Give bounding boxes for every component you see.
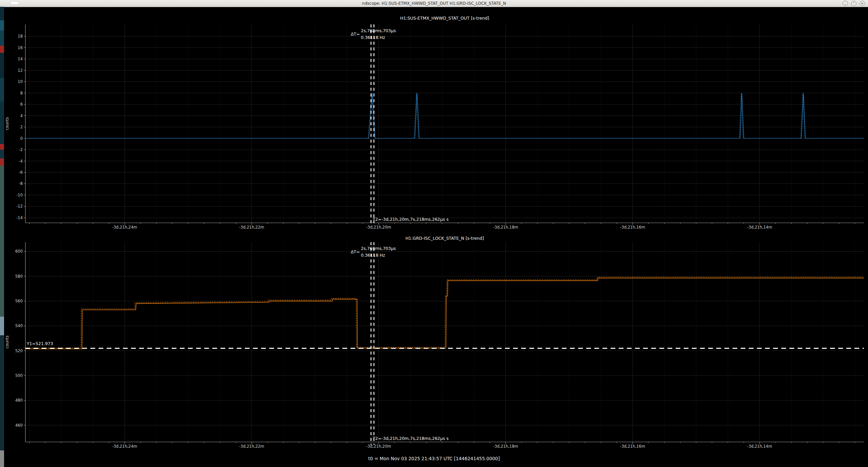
svg-text:ΔT=: ΔT= <box>351 31 360 37</box>
x-tick-label: -3d,21h,18m <box>493 225 518 230</box>
y-tick-label: -8 <box>19 181 23 186</box>
y-tick-label: 18 <box>18 34 23 39</box>
x-tick-label: -3d,21h,22m <box>239 444 264 449</box>
y-tick-label: 540 <box>15 323 23 328</box>
svg-text:0.36118 Hz: 0.36118 Hz <box>361 35 385 40</box>
trace-mean <box>25 278 864 349</box>
y-tick-label: -12 <box>16 204 23 209</box>
x-tick-label: -3d,21h,18m <box>493 444 518 449</box>
x-tick-label: -3d,21h,24m <box>112 444 137 449</box>
cursor-t2-value-label: T2=-3d,21h,20m,7s,218ms,262μs s <box>372 217 448 222</box>
cursor-dt-label: ΔT=2s,768ms,703μs0.36118 Hz <box>351 246 396 258</box>
x-tick-label: -3d,21h,14m <box>747 225 772 230</box>
x-tick-label: -3d,21h,20m <box>366 225 391 230</box>
x-tick-label: -3d,21h,24m <box>112 225 137 230</box>
y-tick-label: 2 <box>20 125 23 129</box>
y-tick-label: -2 <box>19 147 23 152</box>
y-tick-label: 14 <box>18 57 23 61</box>
y-tick-label: 500 <box>15 373 23 378</box>
y-tick-label: 6 <box>20 102 23 107</box>
x-tick-label: -3d,21h,20m <box>366 444 391 449</box>
y-tick-label: 520 <box>15 348 23 353</box>
y-tick-label: -6 <box>19 170 23 175</box>
axes: -3d,21h,24m-3d,21h,22m-3d,21h,20m-3d,21h… <box>5 242 864 449</box>
t0-timestamp: t0 = Mon Nov 03 2025 21:43:57 UTC [14462… <box>0 456 868 461</box>
y-tick-label: 560 <box>15 299 23 303</box>
ndscope-window: ndscope: H1:SUS-ETMX_HWWD_STAT_OUT H1:GR… <box>0 0 868 467</box>
y-tick-label: 600 <box>15 249 23 254</box>
svg-text:0.36118 Hz: 0.36118 Hz <box>361 253 385 258</box>
y-tick-label: 480 <box>15 398 23 403</box>
y-tick-label: 0 <box>20 136 23 141</box>
cursor-t2-value-label: T2=-3d,21h,20m,7s,218ms,262μs s <box>372 436 448 441</box>
y-tick-label: -10 <box>16 193 23 197</box>
x-tick-label: -3d,21h,16m <box>620 225 645 230</box>
x-tick-label: -3d,21h,16m <box>620 444 645 449</box>
x-tick-label: -3d,21h,14m <box>747 444 772 449</box>
y-tick-label: 580 <box>15 274 23 279</box>
y-tick-label: -4 <box>19 159 23 164</box>
svg-text:2s,768ms,703μs: 2s,768ms,703μs <box>361 28 396 33</box>
y-tick-label: 16 <box>18 45 23 50</box>
plot-isc-lock-state[interactable]: -3d,21h,24m-3d,21h,22m-3d,21h,20m-3d,21h… <box>5 242 864 449</box>
trace-minmax <box>24 277 863 348</box>
plot-hwwd-stat-out[interactable]: -3d,21h,24m-3d,21h,22m-3d,21h,20m-3d,21h… <box>5 24 864 230</box>
y-tick-label: 460 <box>15 423 23 428</box>
grid <box>25 24 864 223</box>
y-tick-label: 10 <box>18 79 23 84</box>
y-axis-label: counts <box>5 336 9 348</box>
y-tick-label: -14 <box>16 215 23 220</box>
grid <box>25 242 864 442</box>
y-tick-label: 12 <box>18 68 23 73</box>
y-tick-label: 4 <box>20 113 23 118</box>
y-tick-label: 8 <box>20 91 23 95</box>
y-axis-label: counts <box>5 117 9 130</box>
svg-text:2s,768ms,703μs: 2s,768ms,703μs <box>361 246 396 251</box>
x-tick-label: -3d,21h,22m <box>239 225 264 230</box>
cursor-y1-value-label: Y1=521.973 <box>26 341 53 346</box>
cursor-dt-label: ΔT=2s,768ms,703μs0.36118 Hz <box>351 28 396 40</box>
plots-canvas[interactable]: -3d,21h,24m-3d,21h,22m-3d,21h,20m-3d,21h… <box>0 0 868 467</box>
svg-text:ΔT=: ΔT= <box>351 249 360 254</box>
